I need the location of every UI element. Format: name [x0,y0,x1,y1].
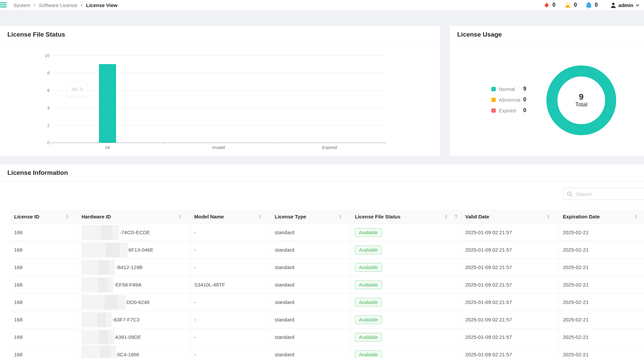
header-cell-hardware-id[interactable]: Hardware ID [77,210,190,224]
header-label: License Type [275,214,306,219]
breadcrumb-item-system[interactable]: System [13,2,30,8]
cell-license-type: standard [271,328,351,346]
cell-hardware-id: -B412-129B [77,259,190,276]
legend-label: Abnormal [499,97,523,103]
status-badge: Avaliable [355,280,382,289]
header-cell-license-type[interactable]: License Type [271,210,351,224]
redaction-box [82,295,126,310]
status-badge: Avaliable [355,263,382,272]
cell-valid-date: 2025-01-09 02:21:57 [461,224,559,241]
status-badge: Avaliable [355,350,382,358]
topbar-actions: 0 0 0 admin [535,0,639,10]
cell-hardware-id: -74CD-ECDE [77,224,190,241]
legend-label: Normal [499,86,523,92]
expired-swatch [491,108,496,113]
legend-item-abnormal[interactable]: Abnormal 0 [491,96,526,103]
menu-toggle-icon[interactable] [0,1,7,9]
redaction-box [82,225,119,240]
cell-expiration-date: 2025-02-21 [559,328,644,346]
license-information-panel: License Information License IDHardware I… [0,164,644,358]
gridline [52,55,385,56]
cell-model-name: - [190,224,271,241]
sort-carets-icon[interactable] [66,215,68,219]
license-usage-panel: License Usage Normal 9 Abnormal 0 Expire… [450,26,644,156]
cell-license-file-status: Avaliable [351,241,461,259]
cell-valid-date: 2025-01-09 02:21:57 [461,311,559,328]
hardware-id-text: 0C4-1666 [117,352,139,357]
hardware-id-text: DD0-6248 [126,299,149,305]
sort-carets-icon[interactable] [178,215,181,219]
breadcrumb-item-software-license[interactable]: Software License [39,2,77,8]
warning-alarm-indicator[interactable]: 0 [565,2,577,8]
cell-license-id: 168 [10,276,77,294]
cell-license-type: standard [271,346,351,358]
status-badge: Avaliable [355,228,382,237]
user-icon [610,2,616,8]
y-tick-label: 4 [36,105,50,110]
cell-license-type: standard [271,259,351,276]
cell-valid-date: 2025-01-09 02:21:57 [461,259,559,276]
notification-indicator[interactable]: 0 [586,2,598,8]
sort-carets-icon[interactable] [259,215,262,219]
table-row: 168-EF58-F89AS3410L-48TFstandardAvaliabl… [10,276,644,294]
table-row: 168DD0-6248-standardAvaliable2025-01-09 … [10,294,644,311]
redaction-box [82,330,114,345]
cell-expiration-date: 2025-02-21 [559,294,644,311]
cell-expiration-date: 2025-02-21 [559,224,644,241]
x-axis-tick [163,143,163,144]
x-category-label: Invalid [199,145,239,150]
redaction-box [82,312,112,327]
header-cell-model-name[interactable]: Model Name [190,210,271,224]
sort-carets-icon[interactable] [635,215,637,219]
cell-license-file-status: Avaliable [351,294,461,311]
header-cell-license-file-status[interactable]: License File Status [351,210,461,224]
cell-hardware-id: DD0-6248 [77,294,190,311]
license-file-status-panel: License File Status All: 9 0246810AllInv… [0,26,440,156]
legend-value: 0 [523,97,526,103]
notification-count: 0 [595,2,598,8]
hardware-id-text: -B412-129B [116,264,143,270]
legend-item-normal[interactable]: Normal 9 [491,85,526,93]
donut-chart: 9 Total [546,65,616,135]
sort-carets-icon[interactable] [547,215,550,219]
table-row: 168-74CD-ECDE-standardAvaliable2025-01-0… [10,224,644,241]
cell-license-file-status: Avaliable [351,224,461,241]
legend-item-expired[interactable]: Expired 0 [491,107,526,114]
header-label: Valid Date [465,214,489,219]
breadcrumb-separator: > [33,3,36,8]
cell-model-name: - [190,328,271,346]
cell-model-name: - [190,241,271,259]
username: admin [619,2,633,8]
usage-legend: Normal 9 Abnormal 0 Expired 0 [491,85,526,114]
hardware-id-text: A391-09DE [115,334,141,340]
cell-license-type: standard [271,311,351,328]
redaction-box [82,243,128,257]
y-tick-label: 10 [36,53,50,58]
hardware-id-text: -EF58-F89A [114,282,142,288]
normal-swatch [491,87,496,91]
critical-alarm-indicator[interactable]: 0 [544,2,555,8]
header-cell-expiration-date[interactable]: Expiration Date [559,210,644,224]
legend-value: 0 [523,107,526,113]
cell-license-id: 168 [10,224,77,241]
cell-expiration-date: 2025-02-21 [559,346,644,358]
hardware-id-text: 6F13-046E [128,247,153,253]
search-icon [567,191,573,197]
search-input[interactable] [575,191,634,197]
redaction-box [82,260,115,275]
sort-carets-icon[interactable] [445,215,447,219]
license-table: License IDHardware IDModel NameLicense T… [10,210,644,358]
breadcrumb: System > Software License > License View [13,0,117,10]
y-tick-label: 2 [36,123,50,128]
header-cell-valid-date[interactable]: Valid Date [461,210,559,224]
header-label: License File Status [355,214,400,219]
user-menu[interactable]: admin [610,2,639,8]
table-row: 1686F13-046E-standardAvaliable2025-01-09… [10,241,644,259]
header-cell-license-id[interactable]: License ID [10,210,77,224]
cell-model-name: - [190,294,271,311]
y-tick-label: 8 [36,70,50,75]
filter-icon[interactable] [454,214,458,219]
panel-title: License Information [7,169,68,176]
panel-title: License Usage [457,31,502,38]
sort-carets-icon[interactable] [339,215,342,219]
